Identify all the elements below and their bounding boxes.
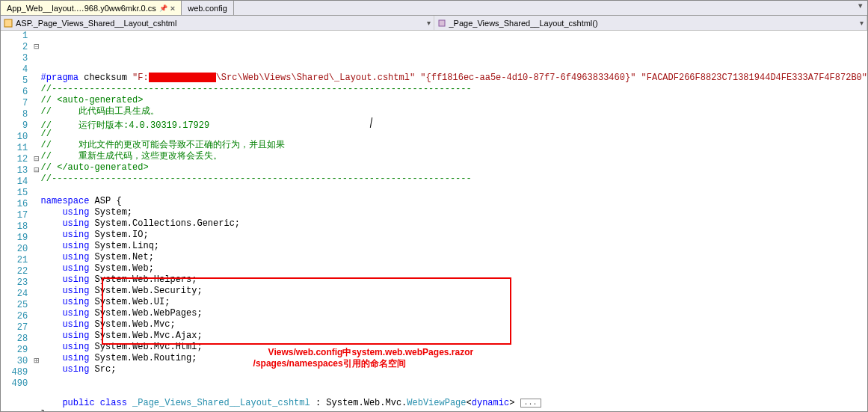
code-line[interactable]: // </auto-generated> <box>41 162 867 173</box>
code-line[interactable] <box>41 387 867 398</box>
fold-toggle <box>32 31 40 42</box>
line-number: 27 <box>1 322 28 333</box>
svg-rect-1 <box>439 20 445 26</box>
svg-rect-0 <box>4 19 12 27</box>
code-line[interactable]: // <auto-generated> <box>41 95 867 106</box>
fold-toggle <box>32 76 40 87</box>
code-line[interactable]: using System.Web.UI; <box>41 297 867 308</box>
fold-toggle <box>32 255 40 266</box>
code-line[interactable]: using System.Net; <box>41 252 867 263</box>
code-line[interactable]: } <box>41 409 867 412</box>
tab-overflow-icon[interactable]: ▾ <box>854 1 867 15</box>
line-number: 7 <box>1 98 28 109</box>
line-number: 18 <box>1 221 28 233</box>
line-number: 490 <box>1 378 28 390</box>
fold-toggle <box>32 210 40 221</box>
fold-toggle <box>32 333 40 345</box>
line-number: 11 <box>1 143 28 154</box>
code-line[interactable]: // 对此文件的更改可能会导致不正确的行为，并且如果 <box>41 140 867 151</box>
code-line[interactable]: using System.IO; <box>41 230 867 241</box>
fold-toggle <box>32 289 40 300</box>
fold-toggle[interactable]: ⊟ <box>32 165 40 176</box>
code-line[interactable]: // 运行时版本:4.0.30319.17929 <box>41 117 867 129</box>
line-number: 20 <box>1 244 28 255</box>
line-number: 4 <box>1 64 28 76</box>
line-number: 8 <box>1 109 28 120</box>
fold-toggle <box>32 109 40 120</box>
line-number: 23 <box>1 277 28 289</box>
code-line[interactable]: public class _Page_Views_Shared__Layout_… <box>41 398 867 409</box>
line-number: 22 <box>1 266 28 277</box>
code-line[interactable]: using System.Linq; <box>41 241 867 252</box>
code-line[interactable]: using System.Web.Mvc.Html; <box>41 342 867 353</box>
tab-file-active[interactable]: App_Web__layout.…968.y0ww6mkr.0.cs 📌 × <box>1 1 182 15</box>
fold-toggle[interactable]: ⊟ <box>32 42 40 53</box>
code-line[interactable]: using System; <box>41 207 867 218</box>
line-number: 2 <box>1 42 28 53</box>
tab-file[interactable]: web.config <box>182 1 234 15</box>
fold-toggle[interactable]: ⊟ <box>32 154 40 165</box>
line-number: 17 <box>1 210 28 221</box>
code-line[interactable]: //--------------------------------------… <box>41 173 867 185</box>
line-number: 25 <box>1 300 28 311</box>
chevron-down-icon[interactable]: ▾ <box>427 19 431 27</box>
tab-label: App_Web__layout.…968.y0ww6mkr.0.cs <box>7 4 156 13</box>
fold-toggle <box>32 345 40 356</box>
line-number: 15 <box>1 188 28 199</box>
fold-toggle <box>32 300 40 311</box>
code-line[interactable]: using System.Web.Routing; <box>41 353 867 364</box>
code-line[interactable]: using System.Web; <box>41 263 867 274</box>
chevron-down-icon[interactable]: ▾ <box>860 19 864 27</box>
fold-toggle <box>32 322 40 333</box>
code-line[interactable] <box>41 185 867 196</box>
fold-toggle <box>32 266 40 277</box>
line-number: 24 <box>1 289 28 300</box>
code-line[interactable]: using System.Web.Mvc; <box>41 319 867 330</box>
fold-toggle <box>32 277 40 289</box>
code-line[interactable]: namespace ASP { <box>41 196 867 207</box>
nav-type-dropdown[interactable]: ASP._Page_Views_Shared__Layout_cshtml ▾ <box>1 16 434 30</box>
fold-toggle <box>32 132 40 143</box>
code-line[interactable]: //--------------------------------------… <box>41 84 867 95</box>
close-icon[interactable]: × <box>170 4 175 13</box>
line-number: 13 <box>1 165 28 176</box>
line-number: 3 <box>1 53 28 64</box>
fold-toggle <box>32 143 40 154</box>
code-line[interactable]: using System.Web.WebPages; <box>41 308 867 319</box>
code-line[interactable]: // 此代码由工具生成。 <box>41 106 867 117</box>
fold-toggle <box>32 378 40 390</box>
line-number: 26 <box>1 311 28 322</box>
code-line[interactable]: using System.Web.Helpers; <box>41 274 867 286</box>
line-number: 14 <box>1 176 28 188</box>
nav-member-dropdown[interactable]: _Page_Views_Shared__Layout_cshtml() ▾ <box>434 16 868 30</box>
code-area[interactable]: Views/web.config中system.web.webPages.raz… <box>41 31 867 412</box>
pin-icon[interactable]: 📌 <box>159 4 167 12</box>
fold-toggle[interactable]: ⊞ <box>32 356 40 367</box>
tab-label: web.config <box>188 4 227 13</box>
code-line[interactable]: using System.Collections.Generic; <box>41 218 867 230</box>
nav-type-label: ASP._Page_Views_Shared__Layout_cshtml <box>16 19 176 28</box>
line-number: 489 <box>1 367 28 378</box>
fold-toggle <box>32 199 40 210</box>
fold-toggle <box>32 311 40 322</box>
fold-gutter[interactable]: ⊟⊟⊟⊞ <box>32 31 40 412</box>
fold-toggle <box>32 233 40 244</box>
line-number: 12 <box>1 154 28 165</box>
code-line[interactable] <box>41 375 867 387</box>
fold-toggle <box>32 188 40 199</box>
line-number: 6 <box>1 87 28 98</box>
code-line[interactable]: using System.Web.Mvc.Ajax; <box>41 330 867 342</box>
code-line[interactable]: // 重新生成代码，这些更改将会丢失。 <box>41 151 867 162</box>
fold-toggle <box>32 98 40 109</box>
code-line[interactable]: #pragma checksum "F:\Src\Web\Views\Share… <box>41 73 867 84</box>
line-number: 21 <box>1 255 28 266</box>
code-line[interactable]: using Src; <box>41 364 867 375</box>
nav-bar: ASP._Page_Views_Shared__Layout_cshtml ▾ … <box>1 16 867 31</box>
method-icon <box>437 19 446 28</box>
code-line[interactable]: using System.Web.Security; <box>41 286 867 297</box>
line-number: 9 <box>1 120 28 132</box>
code-editor[interactable]: 1234567891011121314151617181920212223242… <box>1 31 867 412</box>
line-number: 29 <box>1 345 28 356</box>
fold-toggle <box>32 176 40 188</box>
fold-toggle <box>32 120 40 132</box>
